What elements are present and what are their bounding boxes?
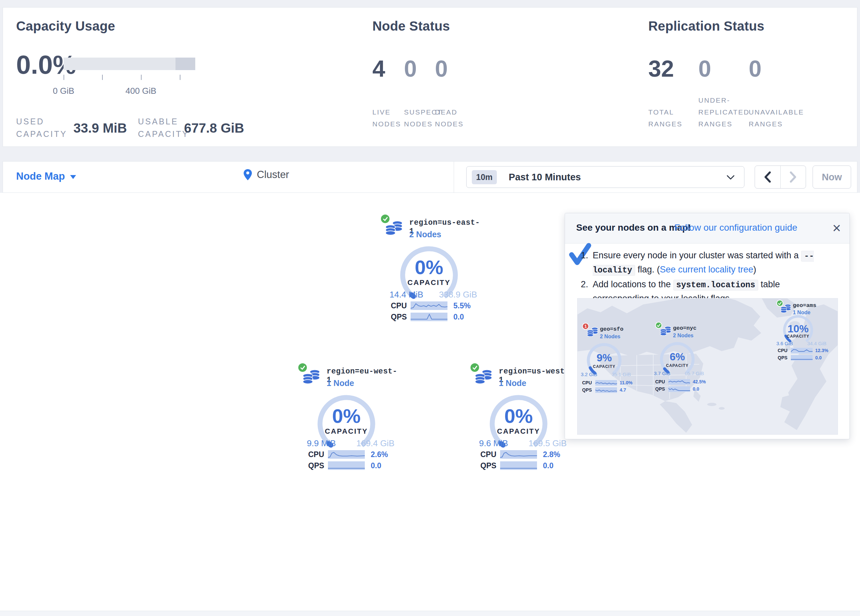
healthy-check-icon [380,214,390,224]
suspect-nodes-count: 0 [404,56,417,82]
qps-sparkline [500,461,537,470]
capacity-used: 3.6 GiB [776,340,793,346]
total-ranges-count: 32 [648,56,674,82]
capacity-used: 9.6 MiB [479,438,508,448]
example-node-map-illustration: 1 geo=sfo 2 Nodes 9% CAPACITY 3.2 GiB 35… [577,298,838,435]
chevron-down-icon [726,174,735,180]
live-nodes-count: 4 [372,56,385,82]
breadcrumb-label: Cluster [257,169,289,181]
now-button[interactable]: Now [813,166,851,188]
time-back-button[interactable] [755,166,780,188]
cpu-label: CPU [655,379,665,384]
cpu-value: 2.8% [543,450,560,459]
node-map-page: Capacity Usage 0.0% 0 GiB 400 GiB USED C… [0,0,860,616]
capacity-label: CAPACITY [653,363,702,368]
geo-node-count: 2 Nodes [673,333,694,339]
qps-sparkline [595,387,617,393]
region-node-count: 2 Nodes [409,230,441,239]
usable-capacity-label-2: CAPACITY [138,129,189,139]
qps-sparkline [669,386,690,392]
region-node-count: 1 Node [499,378,526,388]
total-ranges-label: TOTAL RANGES [648,106,688,130]
replication-status-title: Replication Status [648,19,764,34]
cpu-sparkline [328,450,365,459]
used-capacity-label: USED [16,117,44,126]
capacity-used: 9.9 MiB [307,438,336,448]
geo-node-count: 2 Nodes [600,334,620,340]
popup-header: See your nodes on a map! Follow our conf… [565,213,849,243]
qps-label: QPS [391,313,407,321]
capacity-usage-title: Capacity Usage [16,19,115,34]
capacity-total: 35.1 GiB [612,371,631,377]
qps-value: 4.7 [620,387,626,393]
region-node-us-east-1[interactable]: region=us-east-1 2 Nodes 0% CAPACITY 14.… [376,213,482,326]
cpu-sparkline [500,450,537,459]
capacity-label: CAPACITY [294,427,399,436]
time-forward-button[interactable] [780,166,806,188]
cpu-value: 5.5% [454,301,471,310]
used-capacity-label-2: CAPACITY [16,129,67,139]
cluster-summary-panel: Capacity Usage 0.0% 0 GiB 400 GiB USED C… [3,7,857,147]
qps-label: QPS [655,386,665,392]
capacity-total: 34.4 GiB [807,340,826,346]
dead-nodes-count: 0 [435,56,448,82]
cpu-value: 11.0% [620,380,632,385]
capacity-used: 3.2 GiB [581,371,597,377]
under-replicated-count: 0 [698,56,711,82]
time-pager [755,166,806,188]
capacity-total: 338.9 GiB [439,290,477,300]
time-range-select[interactable]: 10m Past 10 Minutes [466,166,744,188]
capacity-axis-label-0: 0 GiB [47,86,80,96]
region-node-us-west-1[interactable]: region=us-west-1 1 Node 0% CAPACITY 9.6 … [466,362,571,475]
cpu-label: CPU [778,348,788,353]
map-toolbar: Node Map Cluster 10m Past 10 Minutes [3,161,857,193]
region-node-eu-west-1[interactable]: region=eu-west-1 1 Node 0% CAPACITY 9.9 … [294,362,399,475]
capacity-total: 65.7 GiB [685,370,704,376]
capacity-label: CAPACITY [579,364,629,369]
cpu-value: 2.6% [371,450,388,459]
qps-sparkline [791,355,813,361]
qps-value: 0.0 [815,355,821,361]
qps-label: QPS [480,461,496,470]
code-chip: system.locations [673,280,758,290]
item-text: Ensure every node in your cluster was st… [593,249,836,277]
cpu-value: 12.3% [815,348,829,353]
qps-value: 0.0 [454,313,464,321]
cpu-label: CPU [582,380,592,385]
close-icon[interactable]: × [832,218,841,238]
cpu-value: 42.5% [693,379,706,384]
unavailable-count: 0 [749,56,761,82]
qps-label: QPS [308,461,324,470]
qps-sparkline [328,461,365,470]
healthy-check-icon [470,363,480,373]
qps-label: QPS [778,355,788,361]
view-mode-dropdown[interactable]: Node Map [16,171,76,182]
capacity-used: 3.7 GiB [654,370,670,376]
capacity-usage-bar [64,58,195,70]
cpu-sparkline [595,380,617,386]
capacity-percent: 6% [653,351,702,363]
qps-value: 0.0 [543,461,554,470]
capacity-axis-tick [64,75,64,80]
capacity-label: CAPACITY [376,278,482,287]
qps-label: QPS [582,387,592,393]
usable-capacity-label: USABLE [138,117,179,126]
cpu-sparkline [791,348,813,353]
capacity-used: 14.4 MiB [389,290,424,300]
geo-label: geo=nyc [673,325,696,331]
usable-capacity-value: 677.8 GiB [184,121,244,136]
geo-label: geo=ams [793,303,816,309]
nodes-on-map-popup: See your nodes on a map! Follow our conf… [565,213,850,439]
view-mode-label: Node Map [16,171,65,182]
capacity-percent: 0% [466,405,571,428]
locality-tree-link[interactable]: See current locality tree [660,265,753,274]
capacity-percent: 0% [294,405,399,428]
capacity-percent: 10% [774,323,823,335]
time-range-label: Past 10 Minutes [509,172,581,183]
breadcrumb[interactable]: Cluster [243,169,289,181]
unavailable-label: UNAVAILABLE RANGES [749,106,801,130]
capacity-usage-bar-reserved [176,58,195,70]
configuration-guide-link[interactable]: Follow our configuration guide [674,223,797,233]
capacity-label: CAPACITY [774,334,823,339]
database-stack-icon [660,325,672,336]
